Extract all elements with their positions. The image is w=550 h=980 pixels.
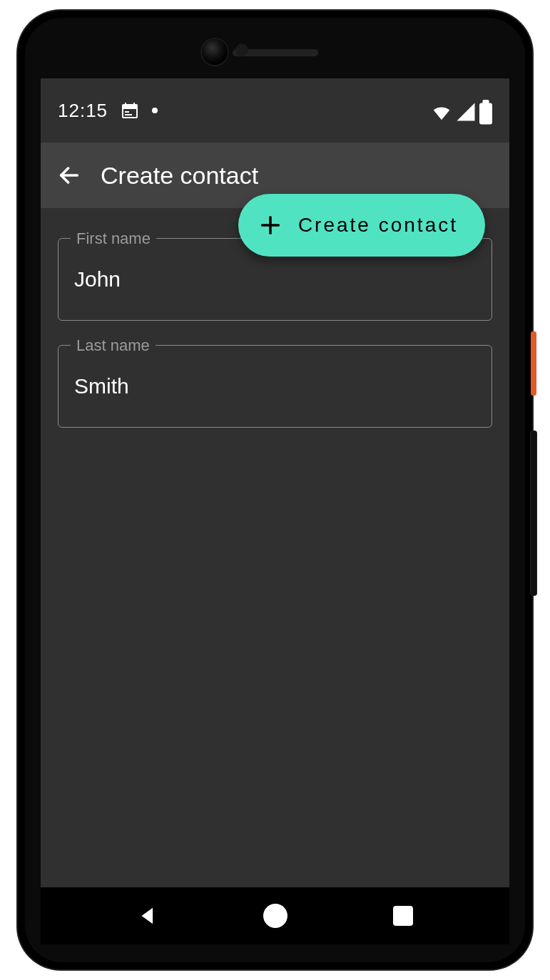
phone-camera [202,39,228,65]
nav-back-button[interactable] [133,902,162,930]
fab-label: Create contact [298,214,458,237]
first-name-input[interactable] [74,267,476,292]
last-name-field: Last name [58,345,492,428]
svg-rect-2 [125,103,126,105]
nav-home-button[interactable] [261,902,290,930]
back-button[interactable] [55,161,83,190]
screen: DEBUG 12:15 [41,78,509,944]
page-title: Create contact [101,162,258,190]
first-name-label: First name [71,229,156,248]
last-name-label: Last name [71,336,156,355]
nav-recent-button[interactable] [389,902,417,930]
status-bar: 12:15 [41,78,509,143]
status-time: 12:15 [58,100,108,122]
plus-icon [258,213,282,237]
phone-volume-button [531,431,536,595]
arrow-left-icon [57,163,81,187]
signal-icon [455,101,477,120]
phone-power-button [531,331,536,396]
svg-rect-7 [483,100,489,104]
wifi-icon [431,101,452,120]
square-icon [393,906,413,926]
svg-rect-6 [479,103,492,125]
phone-frame: DEBUG 12:15 [18,11,532,969]
last-name-input[interactable] [74,374,476,398]
svg-rect-3 [133,103,135,105]
svg-rect-5 [125,114,132,115]
circle-icon [263,904,287,928]
notification-icon [121,102,139,119]
system-nav-bar [41,887,509,944]
triangle-left-icon [136,904,160,928]
status-dot-icon [152,108,158,113]
svg-rect-4 [125,111,129,113]
create-contact-fab[interactable]: Create contact [238,194,485,257]
battery-icon [479,100,492,121]
phone-sensor [235,43,248,56]
